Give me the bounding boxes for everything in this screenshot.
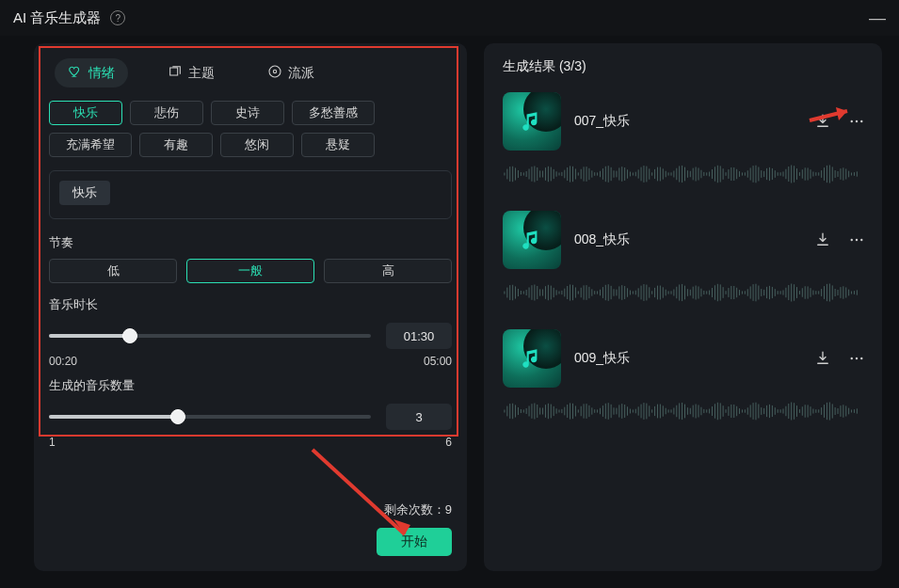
- tempo-label: 节奏: [49, 234, 452, 251]
- count-slider[interactable]: [49, 415, 371, 419]
- tempo-high[interactable]: 高: [324, 259, 452, 283]
- selected-tag[interactable]: 快乐: [59, 181, 110, 205]
- selected-tags-box: 快乐: [49, 170, 452, 219]
- svg-point-135: [851, 239, 853, 241]
- download-icon: [814, 113, 831, 130]
- music-note-icon: [520, 109, 544, 134]
- result-thumbnail[interactable]: [503, 92, 561, 151]
- result-item: 007_快乐: [503, 92, 867, 188]
- tempo-mid[interactable]: 一般: [186, 259, 314, 283]
- remaining-count: 剩余次数：9: [384, 501, 452, 518]
- result-name: 007_快乐: [574, 113, 799, 130]
- download-icon: [814, 350, 831, 367]
- svg-point-269: [856, 358, 858, 359]
- download-button[interactable]: [812, 111, 833, 132]
- mood-options: 快乐 悲伤 史诗 多愁善感 充满希望 有趣 悠闲 悬疑: [49, 101, 452, 157]
- tab-mood[interactable]: 情绪: [55, 58, 128, 87]
- tempo-options: 低 一般 高: [49, 259, 452, 283]
- mood-chip-sentimental[interactable]: 多愁善感: [292, 101, 375, 125]
- tempo-low[interactable]: 低: [49, 259, 177, 283]
- results-title: 生成结果 (3/3): [503, 58, 867, 75]
- tab-theme[interactable]: 主题: [154, 58, 228, 87]
- layers-icon: [168, 64, 183, 82]
- result-name: 008_快乐: [574, 231, 799, 248]
- tab-theme-label: 主题: [188, 65, 215, 82]
- count-min: 1: [49, 436, 56, 449]
- count-max: 6: [445, 436, 452, 449]
- more-icon: [848, 350, 865, 367]
- start-button[interactable]: 开始: [377, 528, 452, 556]
- app-title: AI 音乐生成器: [13, 9, 101, 27]
- heart-icon: [68, 64, 83, 82]
- result-name: 009_快乐: [574, 350, 799, 367]
- waveform[interactable]: [503, 278, 867, 307]
- more-button[interactable]: [846, 230, 867, 250]
- result-thumbnail[interactable]: [503, 211, 561, 269]
- download-button[interactable]: [812, 348, 833, 369]
- count-value: 3: [386, 404, 452, 430]
- disc-icon: [267, 64, 282, 82]
- more-button[interactable]: [846, 348, 867, 369]
- waveform[interactable]: [503, 397, 867, 425]
- result-item: 008_快乐: [503, 211, 867, 307]
- svg-point-1: [273, 70, 276, 72]
- more-button[interactable]: [846, 111, 867, 132]
- mood-chip-hopeful[interactable]: 充满希望: [49, 133, 132, 157]
- download-icon: [814, 231, 831, 248]
- music-note-icon: [520, 228, 544, 252]
- mood-chip-fun[interactable]: 有趣: [139, 133, 213, 157]
- duration-block: 音乐时长 01:30 00:20 05:00: [49, 296, 452, 368]
- tab-genre-label: 流派: [288, 65, 314, 82]
- minimize-button[interactable]: —: [869, 8, 886, 28]
- mood-chip-relaxed[interactable]: 悠闲: [220, 133, 294, 157]
- duration-max: 05:00: [424, 355, 452, 368]
- music-note-icon: [520, 346, 544, 371]
- duration-label: 音乐时长: [49, 296, 452, 313]
- svg-point-0: [269, 66, 281, 77]
- svg-point-2: [851, 120, 853, 122]
- mood-chip-sad[interactable]: 悲伤: [130, 101, 203, 125]
- svg-point-4: [860, 120, 862, 122]
- tab-genre[interactable]: 流派: [254, 58, 328, 87]
- duration-min: 00:20: [49, 355, 77, 368]
- mood-chip-happy[interactable]: 快乐: [49, 101, 122, 125]
- more-icon: [848, 231, 865, 248]
- download-button[interactable]: [812, 230, 833, 250]
- count-label: 生成的音乐数量: [49, 377, 452, 394]
- result-item: 009_快乐: [503, 329, 867, 425]
- more-icon: [848, 113, 865, 130]
- svg-point-136: [856, 239, 858, 241]
- result-thumbnail[interactable]: [503, 329, 561, 388]
- mood-chip-epic[interactable]: 史诗: [211, 101, 284, 125]
- category-tabs: 情绪 主题 流派: [49, 55, 452, 91]
- svg-point-3: [856, 120, 858, 122]
- duration-slider[interactable]: [49, 334, 371, 338]
- results-panel: 生成结果 (3/3) 007_快乐: [484, 43, 882, 571]
- count-block: 生成的音乐数量 3 1 6: [49, 377, 452, 449]
- svg-point-270: [860, 358, 862, 359]
- duration-value: 01:30: [386, 323, 452, 349]
- mood-chip-suspense[interactable]: 悬疑: [301, 133, 375, 157]
- title-bar: AI 音乐生成器 ? —: [0, 0, 899, 36]
- tab-mood-label: 情绪: [88, 65, 115, 82]
- help-icon[interactable]: ?: [110, 10, 125, 25]
- waveform[interactable]: [503, 160, 867, 188]
- settings-panel: 情绪 主题 流派 快乐 悲伤 史诗 多愁善感 充满希望 有趣 悠闲: [34, 43, 467, 571]
- svg-point-137: [860, 239, 862, 241]
- svg-point-268: [851, 358, 853, 359]
